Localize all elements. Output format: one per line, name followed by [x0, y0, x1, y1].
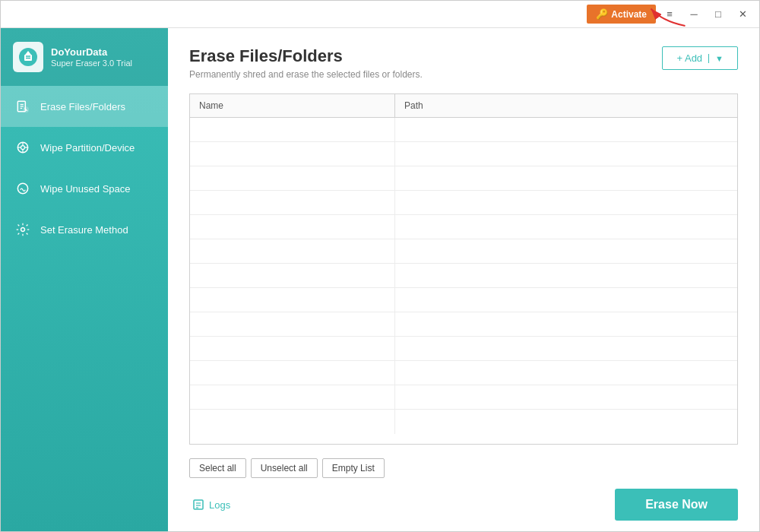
sidebar: DoYourData Super Eraser 3.0 Trial: [1, 28, 168, 531]
minimize-icon: ─: [690, 8, 697, 20]
sidebar-item-label-set-erasure: Set Erasure Method: [40, 224, 128, 236]
table-row: [190, 239, 737, 264]
table-row: [190, 264, 737, 288]
table-row: [190, 312, 737, 337]
table-cell-path: [395, 361, 737, 385]
minimize-button[interactable]: ─: [683, 4, 705, 25]
table-cell-name: [190, 166, 395, 190]
table-cell-path: [395, 312, 737, 336]
empty-list-button[interactable]: Empty List: [322, 458, 385, 478]
table-cell-path: [395, 264, 737, 287]
svg-point-18: [17, 183, 27, 193]
table-row: [190, 166, 737, 191]
add-button-label: + Add: [676, 52, 702, 64]
sidebar-item-wipe-partition[interactable]: Wipe Partition/Device: [1, 127, 168, 168]
bottom-bar: Select all Unselect all Empty List: [189, 451, 738, 489]
close-icon: ✕: [739, 8, 747, 20]
wipe-unused-icon: [14, 180, 31, 197]
table-cell-path: [395, 410, 737, 434]
logo-icon: [13, 42, 43, 72]
table-cell-path: [395, 215, 737, 239]
table-cell-name: [190, 215, 395, 239]
table-cell-name: [190, 385, 395, 409]
app-logo: DoYourData Super Eraser 3.0 Trial: [1, 28, 168, 86]
add-button[interactable]: + Add ▼: [662, 46, 738, 70]
table-cell-path: [395, 239, 737, 263]
sidebar-item-label-wipe-unused: Wipe Unused Space: [40, 183, 131, 195]
page-description: Permanently shred and erase the selected…: [189, 69, 423, 80]
erase-files-icon: [14, 98, 31, 115]
svg-point-19: [21, 228, 25, 232]
content-area: Erase Files/Folders Permanently shred an…: [168, 28, 759, 531]
table-cell-path: [395, 142, 737, 166]
sidebar-item-label-erase-files: Erase Files/Folders: [40, 101, 125, 112]
logo-text: DoYourData Super Eraser 3.0 Trial: [51, 46, 132, 68]
sidebar-item-label-wipe-partition: Wipe Partition/Device: [40, 142, 135, 154]
unselect-all-button[interactable]: Unselect all: [251, 458, 318, 478]
dropdown-arrow-icon: ▼: [708, 54, 724, 63]
table-cell-name: [190, 410, 395, 434]
maximize-button[interactable]: □: [708, 4, 729, 25]
table-body: [190, 118, 737, 444]
table-row: [190, 118, 737, 142]
table-cell-name: [190, 337, 395, 360]
table-row: [190, 385, 737, 410]
close-button[interactable]: ✕: [732, 4, 753, 25]
table-row: [190, 337, 737, 361]
logs-label: Logs: [209, 499, 230, 511]
table-header: Name Path: [190, 94, 737, 118]
column-header-path: Path: [395, 94, 737, 117]
page-title: Erase Files/Folders: [189, 46, 423, 66]
table-cell-name: [190, 118, 395, 141]
sidebar-item-set-erasure[interactable]: Set Erasure Method: [1, 209, 168, 250]
table-row: [190, 191, 737, 215]
table-row: [190, 288, 737, 312]
maximize-icon: □: [715, 8, 721, 20]
select-all-button[interactable]: Select all: [189, 458, 246, 478]
table-cell-path: [395, 288, 737, 312]
table-row: [190, 410, 737, 434]
table-cell-name: [190, 191, 395, 214]
table-cell-name: [190, 239, 395, 263]
svg-point-13: [21, 146, 25, 150]
table-row: [190, 361, 737, 385]
table-cell-name: [190, 361, 395, 385]
table-row: [190, 215, 737, 239]
sidebar-item-wipe-unused[interactable]: Wipe Unused Space: [1, 168, 168, 209]
table-cell-path: [395, 385, 737, 409]
logs-icon: [192, 499, 204, 511]
table-cell-name: [190, 142, 395, 166]
app-name: DoYourData: [51, 46, 132, 59]
logs-link[interactable]: Logs: [192, 499, 230, 511]
footer-row: Logs Erase Now: [189, 489, 738, 531]
table-cell-path: [395, 191, 737, 214]
main-area: DoYourData Super Eraser 3.0 Trial: [1, 28, 759, 531]
bottom-left-actions: Select all Unselect all Empty List: [189, 458, 385, 478]
title-bar-controls: 🔑 Activate ≡ ─ □ ✕: [587, 4, 753, 25]
table-cell-name: [190, 264, 395, 287]
set-erasure-icon: [14, 221, 31, 238]
menu-icon: ≡: [667, 8, 673, 20]
key-icon: 🔑: [596, 8, 608, 20]
table-cell-path: [395, 166, 737, 190]
wipe-partition-icon: [14, 139, 31, 156]
title-bar: 🔑 Activate ≡ ─ □ ✕: [1, 1, 759, 28]
table-row: [190, 142, 737, 166]
file-table: Name Path: [189, 93, 738, 445]
table-cell-name: [190, 312, 395, 336]
table-cell-name: [190, 288, 395, 312]
app-window: 🔑 Activate ≡ ─ □ ✕: [0, 0, 760, 532]
sidebar-item-erase-files[interactable]: Erase Files/Folders: [1, 86, 168, 127]
erase-now-button[interactable]: Erase Now: [615, 489, 738, 521]
table-cell-path: [395, 337, 737, 360]
content-title-block: Erase Files/Folders Permanently shred an…: [189, 46, 423, 80]
table-cell-path: [395, 118, 737, 141]
activate-button[interactable]: 🔑 Activate: [587, 5, 656, 24]
activate-label: Activate: [611, 9, 647, 20]
content-header: Erase Files/Folders Permanently shred an…: [189, 46, 738, 80]
column-header-name: Name: [190, 94, 395, 117]
menu-button[interactable]: ≡: [659, 4, 680, 25]
app-subtitle: Super Eraser 3.0 Trial: [51, 59, 132, 68]
